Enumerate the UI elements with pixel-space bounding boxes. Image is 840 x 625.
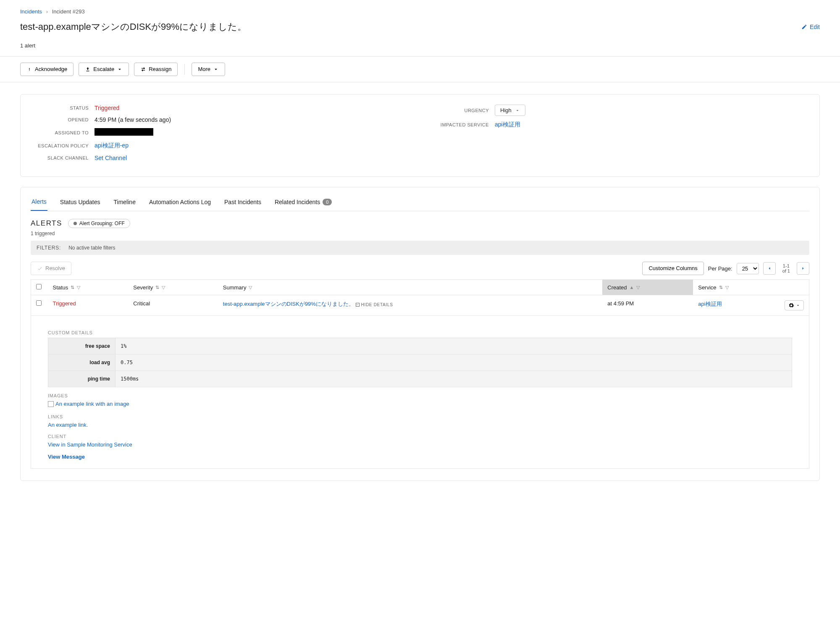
sort-asc-icon: ▲	[630, 285, 634, 290]
filter-icon: ▽	[77, 285, 80, 290]
row-actions-button[interactable]	[785, 300, 804, 310]
filter-icon: ▽	[249, 285, 252, 290]
col-status[interactable]: Status⇅▽	[48, 280, 129, 295]
client-link[interactable]: View in Sample Monitoring Service	[48, 441, 132, 448]
alerts-panel: Alerts Status Updates Timeline Automatio…	[20, 187, 820, 481]
row-created: at 4:59 PM	[602, 295, 693, 316]
col-created[interactable]: Created▲▽	[602, 280, 693, 295]
chevron-right-icon	[801, 266, 806, 271]
select-all-checkbox[interactable]	[36, 284, 42, 289]
tab-status-updates[interactable]: Status Updates	[59, 195, 101, 211]
row-checkbox[interactable]	[36, 300, 42, 306]
reassign-icon	[140, 66, 146, 72]
sort-icon: ⇅	[71, 285, 74, 290]
tab-automation-log[interactable]: Automation Actions Log	[148, 195, 212, 211]
more-button[interactable]: More	[192, 63, 225, 76]
breadcrumb: Incidents › Incident #293	[20, 8, 820, 15]
tab-past-incidents[interactable]: Past Incidents	[223, 195, 262, 211]
chevron-right-icon: ›	[44, 8, 50, 15]
opened-value: 4:59 PM (a few seconds ago)	[94, 116, 171, 123]
escalation-policy-link[interactable]: api検証用-ep	[94, 142, 129, 149]
per-page-label: Per Page:	[708, 265, 732, 272]
images-label: IMAGES	[48, 393, 792, 398]
filters-bar: FILTERS: No active table filters	[31, 241, 809, 255]
exclamation-icon	[26, 66, 32, 72]
table-header-row: Status⇅▽ Severity⇅▽ Summary▽ Created▲▽ S…	[31, 280, 809, 295]
row-service-link[interactable]: api検証用	[698, 301, 722, 307]
client-label: CLIENT	[48, 434, 792, 439]
check-icon	[37, 265, 43, 271]
links-label: LINKS	[48, 414, 792, 419]
tabs: Alerts Status Updates Timeline Automatio…	[31, 195, 809, 211]
set-channel-link[interactable]: Set Channel	[94, 155, 127, 161]
tab-timeline[interactable]: Timeline	[113, 195, 136, 211]
incident-meta-card: STATUSTriggered OPENED4:59 PM (a few sec…	[20, 94, 820, 177]
impacted-service-link[interactable]: api検証用	[495, 121, 520, 128]
sort-icon: ⇅	[719, 285, 723, 290]
chevron-down-icon	[796, 303, 800, 307]
dot-icon	[74, 222, 77, 225]
kv-value: 1500ms	[116, 371, 792, 387]
breadcrumb-root[interactable]: Incidents	[20, 8, 42, 15]
triggered-count: 1 triggered	[31, 231, 809, 236]
col-service[interactable]: Service⇅▽	[693, 280, 780, 295]
resolve-button: Resolve	[31, 262, 71, 275]
action-bar: Acknowledge Escalate Reassign More	[0, 57, 840, 82]
acknowledge-button[interactable]: Acknowledge	[20, 63, 74, 76]
status-value: Triggered	[94, 105, 119, 111]
per-page-select[interactable]: 25	[737, 263, 759, 274]
page-title: test-app.exampleマシンのDISKが99%になりました。	[20, 21, 247, 33]
kv-key: load avg	[48, 355, 116, 371]
row-status: Triggered	[53, 300, 76, 307]
chevron-left-icon	[767, 266, 772, 271]
kv-key: ping time	[48, 371, 116, 387]
breadcrumb-current: Incident #293	[52, 8, 85, 15]
alerts-table: Status⇅▽ Severity⇅▽ Summary▽ Created▲▽ S…	[31, 279, 809, 469]
kv-row: free space1%	[48, 338, 792, 355]
related-count-badge: 0	[323, 199, 332, 205]
custom-details-table: free space1%load avg0.75ping time1500ms	[48, 338, 792, 387]
hide-details-toggle[interactable]: − HIDE DETAILS	[356, 302, 393, 307]
filter-icon: ▽	[162, 285, 165, 290]
kv-row: ping time1500ms	[48, 371, 792, 387]
table-row: Triggered Critical test-app.exampleマシンのD…	[31, 295, 809, 316]
table-details-row: CUSTOM DETAILS free space1%load avg0.75p…	[31, 316, 809, 469]
edit-button[interactable]: Edit	[801, 24, 820, 30]
filter-icon: ▽	[725, 285, 729, 290]
example-link[interactable]: An example link.	[48, 422, 88, 428]
pencil-icon	[801, 24, 807, 30]
kv-key: free space	[48, 338, 116, 355]
kv-row: load avg0.75	[48, 355, 792, 371]
caret-down-icon	[117, 66, 123, 72]
col-summary[interactable]: Summary▽	[218, 280, 602, 295]
prev-page-button[interactable]	[763, 262, 776, 275]
minus-square-icon: −	[356, 303, 360, 307]
sort-icon: ⇅	[155, 285, 159, 290]
broken-image-icon	[48, 401, 54, 407]
view-message-link[interactable]: View Message	[48, 454, 85, 460]
escalate-button[interactable]: Escalate	[79, 63, 129, 76]
kv-value: 0.75	[116, 355, 792, 371]
alert-count: 1 alert	[20, 42, 820, 49]
custom-details-label: CUSTOM DETAILS	[48, 330, 792, 335]
row-summary-link[interactable]: test-app.exampleマシンのDISKが99%になりました。	[223, 301, 354, 307]
assigned-to-value	[94, 128, 153, 136]
tab-related-incidents[interactable]: Related Incidents 0	[274, 195, 333, 211]
alert-grouping-pill[interactable]: Alert Grouping: OFF	[68, 219, 130, 228]
gear-icon	[788, 302, 794, 308]
image-link[interactable]: An example link with an image	[48, 401, 129, 407]
caret-down-icon	[213, 66, 219, 72]
filter-icon: ▽	[636, 285, 640, 290]
page-range: 1-1 of 1	[780, 263, 793, 273]
customize-columns-button[interactable]: Customize Columns	[642, 262, 704, 275]
reassign-button[interactable]: Reassign	[134, 63, 178, 76]
next-page-button[interactable]	[797, 262, 809, 275]
col-severity[interactable]: Severity⇅▽	[128, 280, 218, 295]
urgency-select[interactable]: High	[495, 105, 525, 116]
chevron-down-icon	[515, 108, 520, 113]
escalate-icon	[85, 66, 91, 72]
kv-value: 1%	[116, 338, 792, 355]
divider	[184, 64, 185, 75]
alerts-heading: ALERTS	[31, 219, 62, 228]
tab-alerts[interactable]: Alerts	[31, 195, 47, 211]
